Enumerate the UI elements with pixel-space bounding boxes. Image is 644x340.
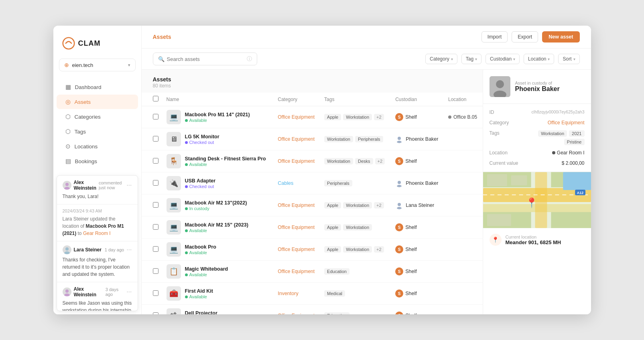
custodian-person: Phoenix Baker — [395, 179, 440, 187]
select-all-checkbox[interactable] — [153, 96, 158, 101]
detail-id-row: ID clh8zqyjv0000i7ey625y2ah3 — [490, 109, 585, 115]
activity-menu-icon[interactable]: ··· — [126, 246, 132, 253]
status-text: Available — [189, 250, 207, 255]
sidebar-item-dashboard[interactable]: ▦ Dashboard — [57, 80, 138, 94]
row-checkbox[interactable] — [153, 312, 158, 315]
new-asset-button[interactable]: New asset — [542, 31, 579, 42]
activity-menu-icon[interactable]: ··· — [126, 288, 132, 295]
tag: Workstation — [343, 114, 372, 120]
tags-cell: AppleWorkstation+2 — [320, 194, 391, 217]
custodian-cell: Lana Steiner — [391, 194, 444, 217]
tags-container: WorkstationDesks+2 — [324, 158, 387, 164]
detail-category-label: Category — [490, 120, 522, 125]
table-row[interactable]: 💻 Macbook Pro M1 14" (2021) Available Of… — [142, 106, 483, 128]
custodian-chevron-icon: ▾ — [513, 57, 515, 61]
main-content: Assets Import Export New asset 🔍 ⓘ Categ… — [142, 26, 591, 314]
svg-rect-30 — [487, 214, 511, 226]
row-checkbox[interactable] — [153, 158, 158, 164]
tag-more: +2 — [374, 246, 384, 253]
activity-time: 1 day ago — [105, 247, 124, 252]
detail-tags-values: Workstation 2021 Pristine — [522, 130, 585, 145]
activity-panel: Alex Weinstein commented just now ··· Th… — [57, 175, 138, 311]
detail-tags-label: Tags — [490, 130, 522, 136]
locations-icon: ⊙ — [65, 143, 71, 150]
custodian-name: Lana Steiner — [406, 202, 434, 208]
category-cell: Office Equipment — [274, 217, 320, 239]
tags-cell: AppleWorkstation+2 — [320, 106, 391, 128]
col-name: Name — [163, 93, 274, 106]
custodian-person: Phoenix Baker — [395, 135, 440, 143]
table-row[interactable]: 📽 Dell Projector Available Office Equipm… — [142, 305, 483, 315]
content-area: Assets 80 items Name Category Tags Custo… — [142, 70, 591, 314]
detail-category-value: Office Equipment — [548, 120, 585, 125]
table-row[interactable]: 📋 Magic Whiteboard Available Office Equi… — [142, 261, 483, 283]
shelf-icon: S — [395, 223, 403, 231]
tags-container: Education — [324, 312, 387, 314]
search-input[interactable] — [167, 56, 244, 62]
activity-date: 2024/03/24 9:43 AM — [63, 208, 132, 213]
activity-username: Alex Weinstein — [74, 286, 103, 298]
row-checkbox[interactable] — [153, 202, 158, 208]
asset-thumbnail: 💻 — [167, 198, 181, 212]
sidebar-item-assets[interactable]: ◎ Assets — [57, 95, 138, 109]
tag-filter[interactable]: Tag ▾ — [461, 54, 481, 64]
table-row[interactable]: 🪑 Standing Desk - Fitnest Sierra Pro Ava… — [142, 150, 483, 172]
row-checkbox[interactable] — [153, 136, 158, 142]
asset-name-cell: 📽 Dell Projector Available — [163, 305, 274, 315]
custodian-person: Lana Steiner — [395, 201, 440, 209]
sort-filter[interactable]: Sort ▾ — [558, 54, 579, 64]
asset-name: Macbook Air M2 13"(2022) — [185, 200, 247, 206]
sidebar-item-locations[interactable]: ⊙ Locations — [57, 139, 138, 154]
location-footer: 📍 Current location Meander 901, 6825 MH — [483, 228, 591, 251]
table-row[interactable]: 💻 Macbook Pro Available Office Equipment… — [142, 239, 483, 261]
custody-name: Phoenix Baker — [515, 85, 560, 93]
sidebar-item-categories[interactable]: ⬡ Categories — [57, 109, 138, 124]
row-checkbox[interactable] — [153, 114, 158, 119]
row-checkbox[interactable] — [153, 268, 158, 274]
col-location: Location — [444, 93, 482, 106]
sidebar-nav: ▦ Dashboard ◎ Assets ⬡ Categories ⬡ Tags… — [53, 79, 141, 169]
search-box[interactable]: 🔍 ⓘ — [153, 53, 257, 65]
category-value: Office Equipment — [278, 313, 315, 314]
row-checkbox[interactable] — [153, 290, 158, 296]
table-row[interactable]: 💻 Macbook Air M2 15" (2023) Available Of… — [142, 217, 483, 239]
row-checkbox[interactable] — [153, 224, 158, 230]
sidebar-item-tags[interactable]: ⬡ Tags — [57, 124, 138, 139]
tags-container: AppleWorkstation+2 — [324, 246, 387, 253]
asset-name: Magic Whiteboard — [185, 266, 228, 272]
workspace-selector[interactable]: ⊕ eien.tech ▾ — [59, 59, 136, 71]
category-filter[interactable]: Category ▾ — [425, 54, 457, 64]
table-row[interactable]: 🔌 USB Adapter Checked out Cables Periphe… — [142, 172, 483, 194]
detail-location-value: Gear Room I — [552, 150, 585, 156]
custodian-filter[interactable]: Custodian ▾ — [486, 54, 520, 64]
asset-name: Macbook Pro M1 14" (2021) — [185, 111, 250, 118]
table-row[interactable]: 🧰 First Aid Kit Available Inventory Medi… — [142, 283, 483, 305]
tag: Apple — [324, 246, 341, 253]
row-checkbox[interactable] — [153, 246, 158, 252]
tags-container: WorkstationPeripherals — [324, 136, 387, 142]
export-button[interactable]: Export — [512, 31, 538, 42]
shelf-icon: S — [395, 157, 403, 165]
category-value: Inventory — [278, 291, 298, 296]
detail-fields: ID clh8zqyjv0000i7ey625y2ah3 Category Of… — [483, 104, 591, 172]
asset-cell: 📽 Dell Projector Available — [167, 308, 270, 314]
table-row[interactable]: 🖥 LG 5K Monitor Checked out Office Equip… — [142, 128, 483, 150]
location-filter[interactable]: Location ▾ — [524, 54, 554, 64]
status-dot-icon — [185, 163, 188, 166]
asset-status: Checked out — [185, 140, 219, 145]
activity-link[interactable]: Gear Room I — [83, 231, 111, 236]
tag-pristine: Pristine — [564, 139, 585, 145]
row-checkbox-cell — [142, 305, 163, 315]
sidebar-item-bookings[interactable]: ▤ Bookings — [57, 154, 138, 168]
activity-menu-icon[interactable]: ··· — [126, 182, 132, 189]
table-row[interactable]: 💻 Macbook Air M2 13"(2022) In custody Of… — [142, 194, 483, 217]
tag: Workstation — [324, 158, 353, 164]
category-cell: Office Equipment — [274, 194, 320, 217]
search-help-icon[interactable]: ⓘ — [247, 55, 252, 63]
import-button[interactable]: Import — [481, 31, 508, 42]
row-checkbox[interactable] — [153, 180, 158, 186]
sidebar-item-categories-label: Categories — [75, 114, 101, 120]
tag: Workstation — [343, 202, 372, 208]
asset-name-cell: 🪑 Standing Desk - Fitnest Sierra Pro Ava… — [163, 150, 274, 172]
tag: Apple — [324, 114, 341, 120]
